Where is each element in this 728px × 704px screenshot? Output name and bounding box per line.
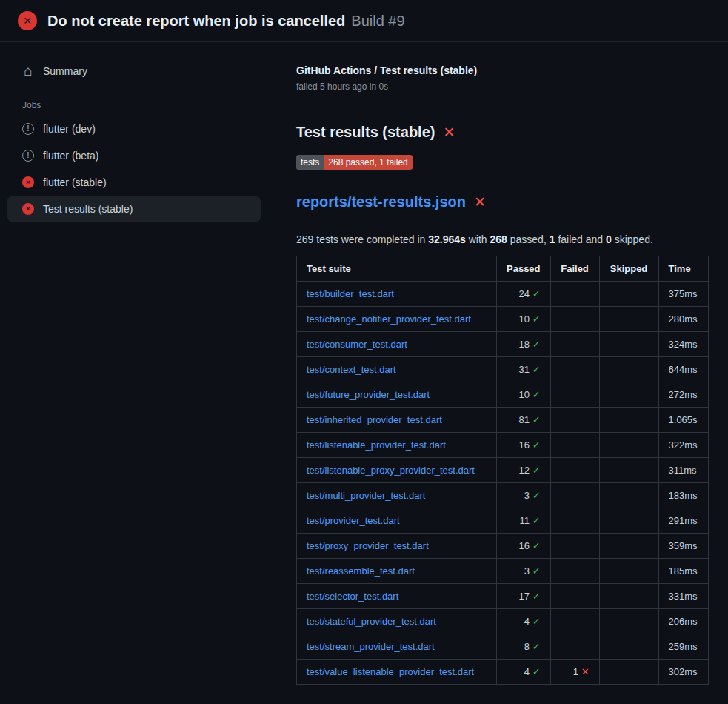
test-suite-link[interactable]: test/listenable_proxy_provider_test.dart [307, 465, 475, 476]
test-suite-link[interactable]: test/reassemble_test.dart [307, 565, 415, 577]
sidebar-item-label: Test results (stable) [43, 203, 133, 215]
results-table-body: test/builder_test.dart24 ✓375mstest/chan… [297, 282, 709, 685]
time-cell: 322ms [658, 433, 708, 458]
table-row: test/value_listenable_provider_test.dart… [297, 660, 709, 685]
skipped-cell [599, 332, 658, 357]
failed-cell [550, 483, 599, 508]
failed-cell [550, 282, 599, 307]
test-suite-link[interactable]: test/context_test.dart [307, 364, 396, 375]
test-suite-link[interactable]: test/builder_test.dart [307, 288, 394, 299]
check-icon: ✓ [532, 515, 541, 526]
column-header-time: Time [658, 256, 708, 282]
skipped-cell [599, 609, 658, 634]
table-row: test/listenable_provider_test.dart16 ✓32… [297, 433, 709, 458]
check-icon: ✓ [532, 565, 541, 577]
test-suite-link[interactable]: test/selector_test.dart [307, 591, 398, 602]
test-suite-link[interactable]: test/consumer_test.dart [307, 339, 407, 350]
breadcrumb: GitHub Actions / Test results (stable) [296, 64, 728, 76]
check-icon: ✓ [532, 339, 541, 350]
time-cell: 291ms [658, 508, 708, 534]
test-suite-link[interactable]: test/change_notifier_provider_test.dart [307, 313, 471, 325]
passed-cell: 4 ✓ [497, 609, 551, 634]
failed-cell [550, 559, 599, 584]
report-file-link[interactable]: reports/test-results.json [296, 193, 466, 210]
passed-cell: 81 ✓ [497, 408, 551, 433]
skipped-cell [599, 534, 658, 559]
sidebar-item-flutter-dev[interactable]: ! flutter (dev) [7, 116, 261, 142]
test-suite-cell: test/consumer_test.dart [297, 332, 497, 357]
failed-cell [550, 584, 599, 609]
test-suite-cell: test/selector_test.dart [297, 584, 497, 609]
table-row: test/stream_provider_test.dart8 ✓259ms [297, 634, 709, 660]
badge-label: tests [296, 155, 324, 170]
failed-cell [550, 508, 599, 534]
time-cell: 375ms [658, 282, 708, 307]
skipped-cell [599, 408, 658, 433]
test-suite-link[interactable]: test/listenable_provider_test.dart [307, 439, 446, 451]
time-cell: 324ms [658, 332, 708, 357]
table-row: test/stateful_provider_test.dart4 ✓206ms [297, 609, 709, 634]
sidebar-item-flutter-stable[interactable]: ✕ flutter (stable) [7, 170, 261, 195]
skipped-cell [599, 433, 658, 458]
time-cell: 1.065s [658, 408, 708, 433]
table-row: test/change_notifier_provider_test.dart1… [297, 307, 709, 332]
time-cell: 644ms [658, 357, 708, 382]
page-body: ⌂ Summary Jobs ! flutter (dev) ! flutter… [0, 42, 728, 685]
test-suite-link[interactable]: test/value_listenable_provider_test.dart [307, 666, 474, 677]
skipped-cell [599, 584, 658, 609]
check-icon: ✓ [532, 364, 541, 375]
exclamation-circle-icon: ! [22, 123, 34, 135]
check-icon: ✓ [532, 591, 541, 602]
test-suite-link[interactable]: test/proxy_provider_test.dart [307, 540, 429, 551]
summary-text: 269 tests were completed in 32.964s with… [296, 233, 728, 245]
page-header: ✕ Do not create report when job is cance… [0, 0, 728, 42]
test-suite-cell: test/listenable_proxy_provider_test.dart [297, 458, 497, 483]
sidebar-item-label: Summary [43, 65, 87, 77]
x-circle-icon: ✕ [22, 203, 34, 215]
test-suite-link[interactable]: test/future_provider_test.dart [307, 389, 430, 400]
sidebar-item-summary[interactable]: ⌂ Summary [7, 59, 261, 84]
test-suite-cell: test/builder_test.dart [297, 282, 497, 307]
x-icon: ✕ [581, 666, 590, 677]
failed-cell [550, 534, 599, 559]
sidebar-item-label: flutter (dev) [43, 123, 96, 135]
passed-cell: 3 ✓ [497, 483, 551, 508]
test-suite-cell: test/context_test.dart [297, 357, 497, 382]
table-row: test/multi_provider_test.dart3 ✓183ms [297, 483, 709, 508]
passed-cell: 16 ✓ [497, 534, 551, 559]
section-heading: Test results (stable) ✕ [296, 124, 728, 141]
tests-badge: tests 268 passed, 1 failed [296, 155, 413, 170]
passed-cell: 10 ✓ [497, 307, 551, 332]
test-suite-cell: test/stateful_provider_test.dart [297, 609, 497, 634]
test-suite-link[interactable]: test/inherited_provider_test.dart [307, 414, 442, 425]
page-title: Do not create report when job is cancell… [47, 13, 345, 30]
passed-cell: 4 ✓ [497, 660, 551, 685]
failed-cell [550, 609, 599, 634]
exclamation-circle-icon: ! [22, 150, 34, 162]
passed-cell: 11 ✓ [497, 508, 551, 534]
time-cell: 206ms [658, 609, 708, 634]
test-suite-cell: test/value_listenable_provider_test.dart [297, 660, 497, 685]
passed-cell: 3 ✓ [497, 559, 551, 584]
sidebar-item-test-results-stable[interactable]: ✕ Test results (stable) [7, 196, 261, 222]
table-header-row: Test suite Passed Failed Skipped Time [297, 256, 709, 282]
column-header-failed: Failed [550, 256, 599, 282]
table-row: test/context_test.dart31 ✓644ms [297, 357, 709, 382]
test-suite-link[interactable]: test/provider_test.dart [307, 515, 400, 526]
results-table: Test suite Passed Failed Skipped Time te… [296, 256, 709, 685]
skipped-cell [599, 382, 658, 408]
home-icon: ⌂ [22, 65, 34, 77]
test-suite-link[interactable]: test/stateful_provider_test.dart [307, 616, 436, 627]
badge-value: 268 passed, 1 failed [324, 155, 412, 170]
table-row: test/listenable_proxy_provider_test.dart… [297, 458, 709, 483]
check-icon: ✓ [532, 439, 541, 451]
page-title-group: Do not create report when job is cancell… [47, 13, 405, 30]
sidebar-item-flutter-beta[interactable]: ! flutter (beta) [7, 143, 261, 168]
column-header-skipped: Skipped [599, 256, 658, 282]
test-suite-link[interactable]: test/multi_provider_test.dart [307, 490, 425, 501]
test-suite-link[interactable]: test/stream_provider_test.dart [307, 641, 435, 652]
column-header-passed: Passed [497, 256, 551, 282]
table-row: test/consumer_test.dart18 ✓324ms [297, 332, 709, 357]
test-suite-cell: test/reassemble_test.dart [297, 559, 497, 584]
check-icon: ✓ [532, 540, 541, 551]
